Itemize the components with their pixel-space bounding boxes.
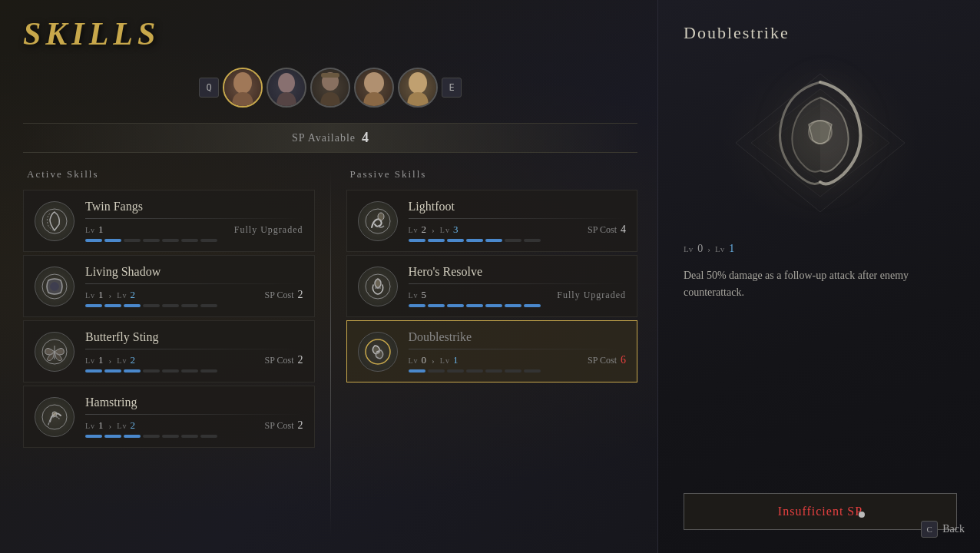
ls-lv-next: 2	[130, 289, 135, 301]
lf-lv-current: 2	[422, 224, 427, 236]
doublestrike-separator	[409, 349, 627, 349]
heros-resolve-icon	[358, 267, 398, 306]
key-q: Q	[199, 78, 219, 98]
main-container: Skills Q	[0, 0, 980, 553]
ds-sp-label: SP Cost	[588, 355, 617, 366]
lf-sp-value: 4	[621, 224, 626, 236]
pip	[447, 369, 464, 373]
insufficient-sp-button[interactable]: Insufficient SP	[684, 493, 957, 530]
living-shadow-name: Living Shadow	[85, 265, 303, 279]
twin-fangs-level-info: Lv 1	[85, 224, 104, 236]
bs-sp-value: 2	[298, 354, 303, 366]
hr-status: Fully Upgraded	[557, 290, 626, 301]
living-shadow-level-info: Lv 1 › Lv 2	[85, 289, 135, 301]
svg-point-11	[52, 412, 57, 416]
pip	[505, 369, 521, 373]
doublestrike-info: Doublestrike Lv 0 › Lv 1 SP Cost	[409, 330, 627, 373]
back-key: C	[921, 521, 938, 538]
panel-lv-current: 0	[697, 243, 703, 255]
key-e: E	[442, 78, 462, 98]
pip	[485, 369, 502, 373]
skill-doublestrike[interactable]: Doublestrike Lv 0 › Lv 1 SP Cost	[346, 320, 638, 382]
skill-lightfoot[interactable]: Lightfoot Lv 2 › Lv 3 SP Cost	[346, 190, 638, 252]
artwork-symbol	[751, 67, 889, 220]
living-shadow-info: Living Shadow Lv 1 › Lv 2 SP Cost	[85, 265, 303, 307]
pip	[181, 369, 198, 373]
pip	[162, 304, 179, 307]
ls-lv-current: 1	[98, 289, 104, 301]
pip	[143, 435, 160, 438]
pip	[104, 435, 121, 438]
portrait-2[interactable]	[267, 68, 306, 108]
pip	[200, 435, 217, 438]
ls-lv-label: Lv	[85, 291, 95, 300]
portrait-1[interactable]	[223, 68, 263, 108]
hs-sp-label: SP Cost	[265, 420, 294, 432]
lf-lv-arrow: ›	[432, 225, 435, 234]
hs-lv-label: Lv	[85, 422, 95, 430]
pip	[162, 369, 179, 373]
panel-level-upgrade-row: Lv 0 › Lv 1	[684, 243, 957, 255]
portraits-row: Q	[23, 68, 637, 108]
panel-description: Deal 50% damage as a follow-up attack af…	[684, 267, 957, 493]
back-label: Back	[942, 523, 965, 535]
ds-lv-next: 1	[453, 354, 459, 366]
portrait-3[interactable]	[310, 68, 350, 108]
pip	[181, 435, 198, 438]
pip	[124, 239, 141, 242]
twin-fangs-separator	[85, 218, 303, 219]
bs-lv-arrow: ›	[109, 356, 112, 365]
twin-fangs-info: Twin Fangs Lv 1 Fully Upgraded	[85, 200, 303, 242]
hs-lv-arrow: ›	[109, 421, 112, 430]
twin-fangs-status: Fully Upgraded	[234, 224, 303, 236]
pip	[85, 304, 102, 307]
butterfly-sting-info: Butterfly Sting Lv 1 › Lv 2 SP Co	[85, 330, 303, 373]
pip	[466, 304, 483, 307]
sp-available-value: 4	[362, 130, 369, 146]
hamstring-separator	[85, 414, 303, 415]
skill-twin-fangs[interactable]: Twin Fangs Lv 1 Fully Upgraded	[23, 190, 315, 252]
pip	[104, 239, 121, 242]
butterfly-sting-separator	[85, 349, 303, 349]
doublestrike-icon	[358, 332, 398, 372]
pip	[85, 435, 102, 438]
pip	[143, 304, 160, 307]
right-section: Doublestrike	[661, 0, 980, 553]
portrait-face-1	[224, 69, 261, 106]
panel-lv-next: 1	[729, 243, 734, 255]
doublestrike-name: Doublestrike	[409, 330, 627, 344]
svg-point-13	[378, 213, 384, 220]
hs-lv-next: 2	[130, 419, 135, 432]
heros-resolve-name: Hero's Resolve	[409, 265, 627, 279]
sp-available-bar: SP Available 4	[23, 123, 637, 153]
svg-point-12	[366, 209, 390, 233]
ls-sp-cost-group: SP Cost 2	[265, 289, 303, 301]
skill-living-shadow[interactable]: Living Shadow Lv 1 › Lv 2 SP Cost	[23, 255, 315, 317]
pip	[200, 239, 217, 242]
pip	[505, 239, 521, 242]
ds-lv-label2: Lv	[440, 356, 450, 365]
lf-level-info: Lv 2 › Lv 3	[409, 224, 459, 236]
back-button[interactable]: C Back	[921, 521, 965, 538]
twin-fangs-level-row: Lv 1 Fully Upgraded	[85, 224, 303, 236]
lf-sp-label: SP Cost	[588, 224, 617, 236]
ls-sp-label: SP Cost	[265, 290, 294, 301]
lf-sp-cost-group: SP Cost 4	[588, 224, 626, 236]
hamstring-level-row: Lv 1 › Lv 2 SP Cost 2	[85, 419, 303, 432]
living-shadow-progress	[85, 304, 303, 307]
svg-point-0	[233, 72, 252, 94]
lightfoot-icon	[358, 201, 398, 241]
doublestrike-progress	[409, 369, 627, 373]
lf-lv-label2: Lv	[440, 226, 450, 234]
portrait-4[interactable]	[354, 68, 394, 108]
panel-skill-name: Doublestrike	[684, 23, 957, 43]
pip	[124, 304, 141, 307]
panel-lv-label2: Lv	[715, 244, 724, 253]
portrait-5[interactable]	[398, 68, 438, 108]
bs-lv-label: Lv	[85, 356, 95, 365]
skill-butterfly-sting[interactable]: Butterfly Sting Lv 1 › Lv 2 SP Co	[23, 320, 315, 382]
pip	[428, 369, 445, 373]
ds-lv-arrow: ›	[432, 356, 435, 365]
skill-heros-resolve[interactable]: Hero's Resolve Lv 5 Fully Upgraded	[346, 255, 638, 317]
skill-hamstring[interactable]: Hamstring Lv 1 › Lv 2 SP Cost	[23, 386, 315, 448]
